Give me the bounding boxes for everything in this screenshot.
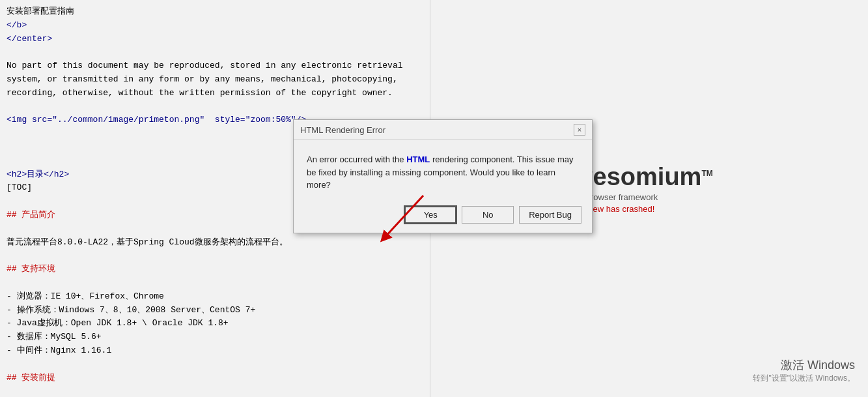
dialog-body: An error occurred with the HTML renderin…	[294, 140, 592, 201]
dialog-titlebar: HTML Rendering Error ×	[294, 120, 592, 140]
dialog-message-part1: An error occurred with the	[307, 154, 406, 164]
dialog-title: HTML Rendering Error	[300, 125, 385, 135]
dialog-buttons: Yes No Report Bug	[294, 201, 592, 233]
dialog-close-button[interactable]: ×	[574, 124, 585, 136]
dialog-message-html: HTML	[406, 154, 430, 164]
dialog-no-button[interactable]: No	[462, 206, 514, 224]
dialog-html-rendering-error: HTML Rendering Error × An error occurred…	[293, 119, 593, 233]
dialog-yes-button[interactable]: Yes	[404, 206, 456, 224]
dialog-report-bug-button[interactable]: Report Bug	[519, 206, 581, 224]
